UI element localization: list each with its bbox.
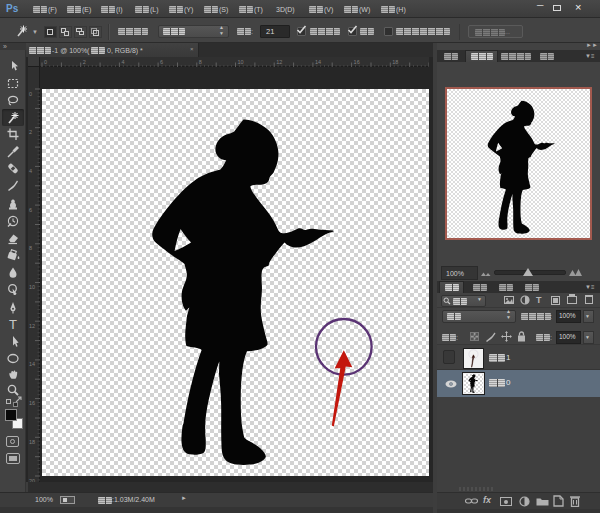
svg-text:16: 16 [29,400,35,406]
svg-text:10: 10 [29,284,35,290]
svg-text:14: 14 [315,59,321,65]
svg-text:8: 8 [29,245,32,251]
svg-text:16: 16 [354,59,360,65]
svg-text:12: 12 [276,59,282,65]
svg-text:6: 6 [29,207,32,213]
svg-text:4: 4 [121,59,124,65]
svg-text:0: 0 [29,91,32,97]
svg-text:2: 2 [83,59,86,65]
svg-text:T: T [9,317,17,332]
svg-text:14: 14 [29,361,35,367]
svg-text:4: 4 [29,168,32,174]
svg-text:8: 8 [199,59,202,65]
svg-text:0: 0 [44,59,47,65]
svg-text:18: 18 [29,439,35,445]
svg-text:6: 6 [160,59,163,65]
svg-text:2: 2 [29,129,32,135]
svg-text:10: 10 [238,59,244,65]
svg-text:18: 18 [392,59,398,65]
svg-text:12: 12 [29,323,35,329]
